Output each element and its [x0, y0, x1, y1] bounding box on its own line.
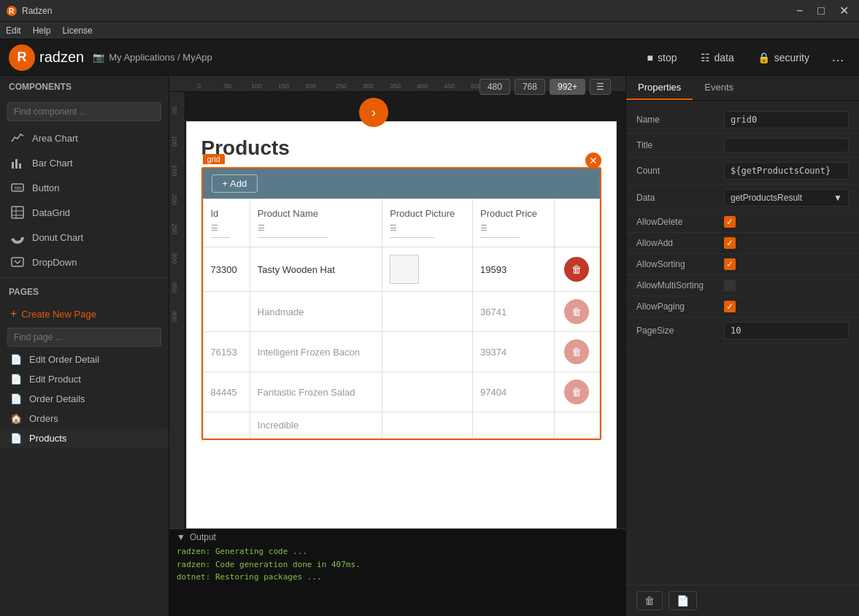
area-chart-label: Area Chart [32, 133, 78, 144]
sort-icon-picture: ☰ [390, 223, 465, 233]
prop-value-count[interactable]: ${getProductsCount} [724, 162, 849, 180]
col-actions [554, 199, 599, 247]
create-new-page-button[interactable]: + Create New Page [0, 303, 169, 325]
logo-circle: R [9, 45, 35, 71]
prop-checkbox-allow-sorting[interactable]: ✓ [724, 258, 736, 270]
data-table: Id ☰ Product Name ☰ [203, 199, 600, 439]
create-page-label: Create New Page [21, 309, 96, 320]
logo: R radzen [9, 45, 84, 71]
menu-edit[interactable]: Edit [6, 26, 21, 36]
ruler-mark-100: 100 [251, 82, 262, 90]
prop-label-count: Count [636, 166, 717, 176]
prop-value-page-size[interactable]: 10 [724, 322, 849, 339]
delete-row-btn[interactable]: 🗑 [564, 257, 589, 282]
ruler-mark-350: 350 [390, 82, 401, 90]
cell-picture [382, 247, 473, 292]
output-line-3: dotnet: Restoring packages ... [177, 571, 618, 584]
output-header[interactable]: ▼ Output [177, 532, 618, 542]
prop-checkbox-allow-paging[interactable]: ✓ [724, 301, 736, 312]
cell-picture [382, 372, 473, 412]
grid-close-btn[interactable]: ✕ [585, 153, 601, 169]
prop-data-text: getProductsResult [731, 193, 802, 203]
page-title: Products [187, 122, 616, 160]
sidebar-item-button[interactable]: btn Button [0, 175, 169, 200]
prop-checkbox-allow-delete[interactable]: ✓ [724, 216, 736, 228]
page-item-edit-product[interactable]: 📄 Edit Product [0, 369, 169, 389]
app-icon: R [6, 5, 18, 17]
properties-scroll: Name grid0 Title Count ${getProductsCoun… [626, 101, 859, 585]
col-id-text: Id [211, 208, 242, 219]
minimize-button[interactable]: − [792, 2, 807, 19]
prop-delete-btn[interactable]: 🗑 [636, 591, 663, 610]
find-component-input[interactable] [7, 102, 161, 121]
prop-tab-events[interactable]: Events [693, 76, 745, 100]
sidebar-item-datagrid[interactable]: DataGrid [0, 200, 169, 225]
ruler-mark-0: 0 [197, 82, 201, 90]
stop-label: stop [658, 52, 677, 63]
prop-value-title[interactable] [724, 138, 849, 153]
close-button[interactable]: ✕ [835, 2, 853, 19]
sidebar-item-bar-chart[interactable]: Bar Chart [0, 150, 169, 175]
sidebar-item-dropdown[interactable]: DropDown [0, 250, 169, 274]
delete-row-btn[interactable]: 🗑 [564, 339, 589, 364]
page-edit-btn[interactable]: ✎ [139, 434, 147, 444]
filter-line-price [480, 237, 520, 238]
bar-chart-label: Bar Chart [32, 158, 73, 169]
page-canvas: Products grid ✕ + Add Id [186, 121, 617, 528]
ruler-mark-250: 250 [336, 82, 347, 90]
page-item-products[interactable]: 📄 Products ✎ 🗑 [0, 428, 169, 448]
prop-label-allow-add: AllowAdd [636, 238, 717, 248]
prop-row-data: Data getProductsResult ▼ [626, 185, 859, 212]
datagrid-icon [10, 205, 25, 220]
filter-line-picture [390, 237, 435, 238]
col-product-picture-text: Product Picture [390, 208, 465, 219]
menu-help[interactable]: Help [33, 26, 51, 36]
prop-value-data[interactable]: getProductsResult ▼ [724, 189, 849, 207]
page-item-order-details[interactable]: 📄 Order Details [0, 389, 169, 409]
prop-row-page-size: PageSize 10 [626, 317, 859, 344]
svg-point-11 [12, 232, 23, 242]
prop-row-allow-multisorting: AllowMultiSorting [626, 275, 859, 296]
cell-name: Fantastic Frozen Salad [250, 372, 382, 412]
donut-chart-icon [10, 230, 25, 245]
menu-license[interactable]: License [62, 26, 92, 36]
prop-value-name[interactable]: grid0 [724, 111, 849, 128]
data-action[interactable]: ☷ data [693, 49, 741, 66]
sidebar-item-donut-chart[interactable]: Donut Chart [0, 225, 169, 250]
canvas-area: 0 50 100 150 200 250 300 350 400 450 500… [169, 76, 625, 616]
table-header-row: Id ☰ Product Name ☰ [203, 199, 599, 247]
filter-line-id [211, 237, 230, 238]
dropdown-icon [10, 255, 25, 269]
nav-arrow-btn[interactable]: › [359, 98, 388, 127]
add-button[interactable]: + Add [212, 174, 258, 193]
canvas-scroll[interactable]: Products grid ✕ + Add Id [185, 92, 617, 528]
prop-checkbox-allow-add[interactable]: ✓ [724, 237, 736, 249]
security-action[interactable]: 🔒 security [750, 49, 817, 66]
prop-tabs: Properties Events [626, 76, 859, 101]
prop-checkbox-allow-multisorting[interactable] [724, 280, 736, 291]
page-item-edit-order-detail[interactable]: 📄 Edit Order Detail [0, 350, 169, 369]
prop-copy-btn[interactable]: 📄 [669, 591, 697, 610]
plus-icon: + [10, 307, 17, 320]
maximize-button[interactable]: □ [813, 2, 829, 19]
page-delete-btn[interactable]: 🗑 [150, 434, 158, 444]
stop-action[interactable]: ■ stop [640, 49, 685, 66]
sort-icon-name: ☰ [258, 223, 374, 233]
button-label: Button [32, 182, 60, 193]
main-layout: Components Area Chart Bar Chart btn Butt… [0, 76, 859, 616]
page-item-orders[interactable]: 🏠 Orders [0, 409, 169, 428]
table-row: Handmade 36741 🗑 [203, 292, 599, 332]
prop-tab-properties[interactable]: Properties [626, 76, 693, 100]
sort-icon-price: ☰ [480, 223, 547, 233]
sidebar-item-area-chart[interactable]: Area Chart [0, 126, 169, 150]
cell-picture [382, 412, 473, 439]
top-bar: R radzen 📷 My Applications / MyApp ■ sto… [0, 39, 859, 76]
more-button[interactable]: … [825, 47, 850, 68]
security-label: security [774, 52, 809, 63]
find-page-input[interactable] [7, 328, 161, 347]
prop-label-allow-multisorting: AllowMultiSorting [636, 280, 717, 290]
delete-row-btn[interactable]: 🗑 [564, 299, 589, 324]
delete-row-btn[interactable]: 🗑 [564, 380, 589, 404]
svg-rect-2 [12, 162, 14, 169]
ruler-mark-400: 400 [417, 82, 428, 90]
